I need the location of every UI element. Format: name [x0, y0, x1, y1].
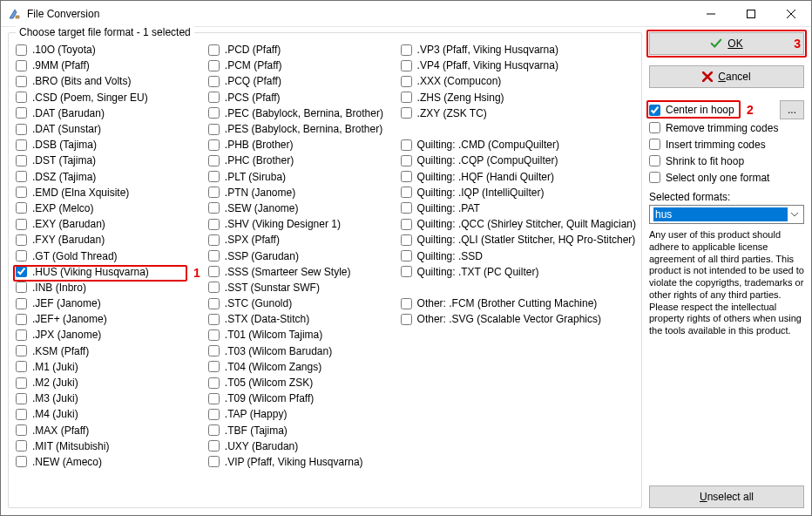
format-checkbox[interactable] [401, 187, 412, 198]
format-checkbox[interactable] [16, 139, 27, 151]
format-item[interactable]: .JEF+ (Janome) [14, 311, 205, 327]
options-more-button[interactable]: ... [780, 100, 804, 119]
format-item[interactable]: .ZXY (ZSK TC) [399, 105, 636, 121]
format-item[interactable]: .JEF (Janome) [14, 295, 205, 311]
selected-formats-combo[interactable]: hus [649, 205, 804, 224]
minimize-button[interactable] [691, 1, 731, 26]
insert-trimming-checkbox[interactable] [649, 139, 660, 150]
format-item[interactable]: .SPX (Pfaff) [206, 232, 397, 248]
format-checkbox[interactable] [401, 298, 412, 309]
format-item[interactable]: .T09 (Wilcom Pfaff) [206, 390, 397, 406]
format-checkbox[interactable] [16, 456, 27, 467]
format-item[interactable]: .TBF (Tajima) [206, 423, 397, 438]
format-checkbox[interactable] [208, 155, 220, 166]
format-checkbox[interactable] [208, 266, 220, 277]
format-checkbox[interactable] [16, 377, 27, 389]
format-item[interactable]: .M2 (Juki) [14, 375, 205, 390]
format-checkbox[interactable] [16, 44, 27, 56]
format-checkbox[interactable] [401, 314, 412, 325]
format-checkbox[interactable] [208, 440, 220, 452]
format-item[interactable]: Quilting: .TXT (PC Quilter) [399, 264, 636, 280]
format-checkbox[interactable] [16, 298, 27, 309]
format-item[interactable]: Other: .FCM (Brother Cutting Machine) [399, 295, 636, 311]
format-checkbox[interactable] [401, 219, 412, 230]
format-item[interactable]: .DAT (Sunstar) [14, 121, 205, 137]
format-checkbox[interactable] [208, 298, 220, 309]
format-item[interactable]: Quilting: .PAT [399, 200, 636, 216]
format-item[interactable]: .T05 (Wilcom ZSK) [206, 375, 397, 390]
format-item[interactable]: .UXY (Barudan) [206, 438, 397, 454]
format-checkbox[interactable] [401, 44, 412, 56]
format-item[interactable]: .HUS (Viking Husqvarna) [14, 264, 205, 280]
format-checkbox[interactable] [16, 361, 27, 372]
format-item[interactable]: .EXP (Melco) [14, 200, 205, 216]
remove-trimming-checkbox[interactable] [649, 122, 660, 133]
ok-button[interactable]: OK [649, 32, 804, 55]
format-item[interactable]: .PHC (Brother) [206, 153, 397, 168]
format-checkbox[interactable] [16, 155, 27, 166]
format-item[interactable]: .SHV (Viking Designer 1) [206, 216, 397, 232]
format-checkbox[interactable] [208, 282, 220, 293]
format-checkbox[interactable] [16, 107, 27, 119]
format-checkbox[interactable] [208, 234, 220, 246]
format-item[interactable]: Quilting: .QLI (Statler Stitcher, HQ Pro… [399, 232, 636, 248]
format-item[interactable]: .T03 (Wilcom Barudan) [206, 343, 397, 359]
format-item[interactable]: .PCD (Pfaff) [206, 42, 397, 58]
format-item[interactable]: .STC (Gunold) [206, 295, 397, 311]
format-checkbox[interactable] [401, 155, 412, 166]
format-checkbox[interactable] [16, 187, 27, 198]
format-item[interactable]: Other: .SVG (Scalable Vector Graphics) [399, 311, 636, 327]
format-checkbox[interactable] [208, 250, 220, 261]
format-checkbox[interactable] [208, 329, 220, 341]
format-checkbox[interactable] [16, 266, 27, 277]
format-item[interactable]: .FXY (Barudan) [14, 232, 205, 248]
maximize-button[interactable] [731, 1, 771, 26]
select-one-checkbox[interactable] [649, 172, 660, 183]
format-item[interactable]: .INB (Inbro) [14, 280, 205, 295]
format-checkbox[interactable] [16, 92, 27, 103]
format-item[interactable]: Quilting: .SSD [399, 248, 636, 263]
format-checkbox[interactable] [208, 187, 220, 198]
format-item[interactable]: .BRO (Bits and Volts) [14, 73, 205, 89]
format-checkbox[interactable] [208, 171, 220, 182]
format-checkbox[interactable] [16, 424, 27, 436]
unselect-all-button[interactable]: Unselect all [649, 485, 804, 508]
format-checkbox[interactable] [208, 92, 220, 103]
format-item[interactable]: .KSM (Pfaff) [14, 343, 205, 359]
format-checkbox[interactable] [16, 124, 27, 135]
format-checkbox[interactable] [16, 234, 27, 246]
format-item[interactable]: .PCM (Pfaff) [206, 58, 397, 73]
format-item[interactable]: Quilting: .CQP (CompuQuilter) [399, 153, 636, 168]
format-item[interactable]: .DSZ (Tajima) [14, 169, 205, 185]
format-item[interactable]: .CSD (Poem, Singer EU) [14, 90, 205, 105]
format-checkbox[interactable] [208, 139, 220, 151]
format-checkbox[interactable] [401, 139, 412, 151]
format-item[interactable]: .DSB (Tajima) [14, 137, 205, 153]
format-checkbox[interactable] [208, 393, 220, 404]
format-item[interactable]: .VP4 (Pfaff, Viking Husqvarna) [399, 58, 636, 73]
close-button[interactable] [771, 1, 811, 26]
format-item[interactable]: .MAX (Pfaff) [14, 423, 205, 438]
format-checkbox[interactable] [16, 329, 27, 341]
format-checkbox[interactable] [208, 60, 220, 71]
format-item[interactable]: .VP3 (Pfaff, Viking Husqvarna) [399, 42, 636, 58]
format-checkbox[interactable] [208, 124, 220, 135]
format-checkbox[interactable] [16, 345, 27, 356]
format-checkbox[interactable] [208, 76, 220, 87]
format-item[interactable]: .PES (Babylock, Bernina, Brother) [206, 121, 397, 137]
format-checkbox[interactable] [208, 314, 220, 325]
format-checkbox[interactable] [16, 314, 27, 325]
format-checkbox[interactable] [16, 219, 27, 230]
format-item[interactable]: .PHB (Brother) [206, 137, 397, 153]
format-checkbox[interactable] [208, 219, 220, 230]
format-checkbox[interactable] [208, 361, 220, 372]
format-item[interactable]: .EMD (Elna Xquisite) [14, 185, 205, 200]
format-checkbox[interactable] [16, 76, 27, 87]
format-item[interactable]: .ZHS (Zeng Hsing) [399, 90, 636, 105]
format-checkbox[interactable] [16, 250, 27, 261]
format-item[interactable]: .SSP (Garudan) [206, 248, 397, 263]
format-checkbox[interactable] [16, 440, 27, 452]
format-item[interactable]: .DAT (Barudan) [14, 105, 205, 121]
format-item[interactable]: .M1 (Juki) [14, 359, 205, 375]
format-checkbox[interactable] [401, 234, 412, 246]
